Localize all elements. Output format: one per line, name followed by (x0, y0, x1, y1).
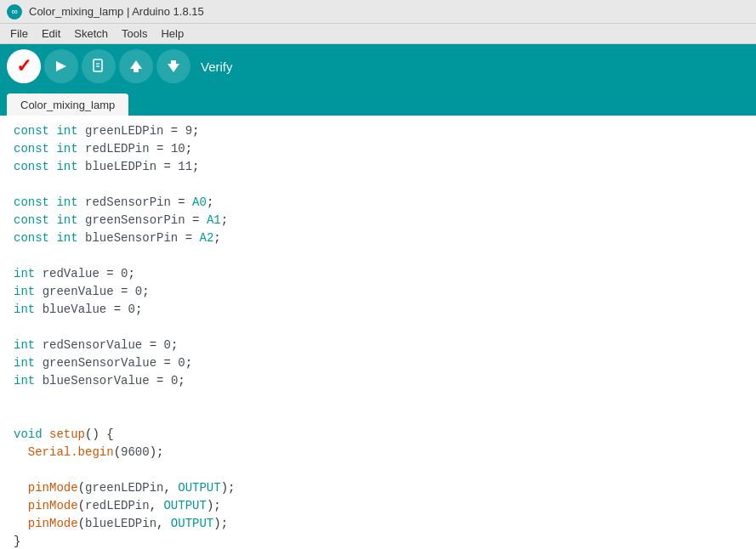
new-doc-icon (90, 58, 107, 75)
code-line (0, 247, 756, 265)
code-line: int greenSensorValue = 0; (0, 354, 756, 372)
app-logo (7, 4, 22, 20)
code-line: } (0, 533, 756, 549)
code-line: int blueValue = 0; (0, 301, 756, 319)
code-line (0, 408, 756, 426)
svg-marker-4 (130, 60, 142, 69)
svg-rect-7 (171, 60, 176, 64)
code-line: int greenValue = 0; (0, 283, 756, 301)
save-button[interactable] (156, 49, 190, 83)
svg-marker-0 (56, 61, 66, 71)
menu-help[interactable]: Help (154, 25, 190, 42)
code-line: Serial.begin(9600); (0, 444, 756, 461)
arrow-right-icon (53, 58, 70, 75)
code-line: const int greenSensorPin = A1; (0, 212, 756, 229)
title-bar: Color_mixing_lamp | Arduino 1.8.15 (0, 0, 756, 24)
menu-sketch[interactable]: Sketch (67, 25, 115, 42)
code-line: int redSensorValue = 0; (0, 337, 756, 354)
code-line (0, 390, 756, 408)
code-line: pinMode(redLEDPin, OUTPUT); (0, 497, 756, 515)
code-line: const int redLEDPin = 10; (0, 140, 756, 158)
code-line (0, 319, 756, 337)
tabs-bar: Color_mixing_lamp (0, 88, 756, 116)
arrow-down-icon (165, 58, 182, 75)
menu-tools[interactable]: Tools (115, 25, 154, 42)
window-title: Color_mixing_lamp | Arduino 1.8.15 (29, 5, 204, 18)
menu-file[interactable]: File (3, 25, 35, 42)
code-editor[interactable]: const int greenLEDPin = 9; const int red… (0, 116, 756, 549)
verify-button[interactable]: ✓ (7, 49, 41, 83)
menu-edit[interactable]: Edit (35, 25, 67, 42)
svg-rect-1 (94, 59, 102, 71)
code-line: pinMode(blueLEDPin, OUTPUT); (0, 515, 756, 533)
code-line (0, 176, 756, 194)
code-line: const int blueSensorPin = A2; (0, 229, 756, 247)
tab-color-mixing-lamp[interactable]: Color_mixing_lamp (7, 93, 128, 116)
open-button[interactable] (119, 49, 153, 83)
code-line: const int greenLEDPin = 9; (0, 122, 756, 140)
verify-label: Verify (201, 59, 233, 74)
toolbar: ✓ Verify (0, 44, 756, 88)
code-line: void setup() { (0, 426, 756, 444)
code-line: pinMode(greenLEDPin, OUTPUT); (0, 479, 756, 497)
code-line: const int blueLEDPin = 11; (0, 158, 756, 176)
arrow-up-icon (128, 58, 145, 75)
code-line: int blueSensorValue = 0; (0, 372, 756, 390)
check-icon: ✓ (16, 57, 31, 76)
code-line (0, 461, 756, 479)
code-line: const int redSensorPin = A0; (0, 194, 756, 212)
upload-button[interactable] (44, 49, 78, 83)
code-line: int redValue = 0; (0, 265, 756, 283)
svg-rect-5 (134, 69, 139, 72)
menu-bar: File Edit Sketch Tools Help (0, 24, 756, 44)
new-button[interactable] (82, 49, 116, 83)
svg-marker-6 (168, 64, 179, 72)
